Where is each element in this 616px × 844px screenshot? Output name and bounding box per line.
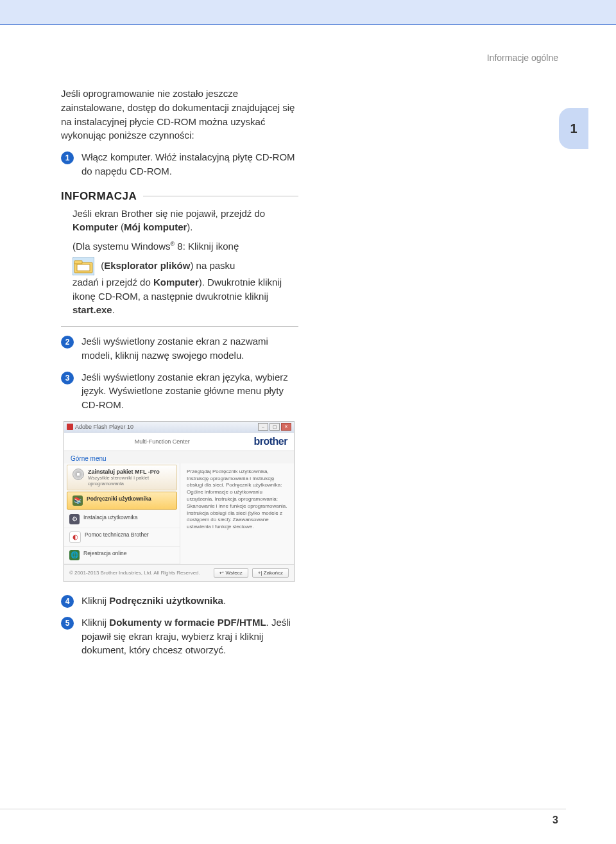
step-badge: 3 — [61, 372, 74, 384]
installer-footer: © 2001-2013 Brother Industries, Ltd. All… — [64, 564, 294, 581]
text-bold: Dokumenty w formacie PDF/HTML — [109, 617, 266, 628]
divider — [143, 196, 298, 196]
menu-item-custom-install[interactable]: ⚙ Instalacja użytkownika — [64, 511, 180, 528]
divider — [61, 326, 298, 327]
text: Kliknij — [81, 617, 109, 628]
close-icon[interactable]: ✕ — [281, 423, 291, 431]
text: Kliknij — [81, 595, 109, 606]
text: . — [112, 304, 115, 315]
page-number: 3 — [552, 814, 558, 826]
text: Jeśli ekran Brother się nie pojawił, prz… — [73, 208, 265, 219]
item-label: Podręczniki użytkownika — [87, 495, 151, 502]
info-body: Jeśli ekran Brother się nie pojawił, prz… — [73, 207, 298, 318]
button-label: Wstecz — [226, 570, 243, 576]
text: zadań i przejdź do — [73, 277, 153, 288]
button-label: Zakończ — [264, 570, 283, 576]
info-heading: INFORMACJA — [61, 190, 137, 203]
step-text: Włącz komputer. Włóż instalacyjną płytę … — [81, 150, 298, 178]
window-controls: – ▢ ✕ — [258, 423, 291, 431]
text-bold: start.exe — [73, 304, 112, 315]
step-badge: 5 — [61, 617, 74, 630]
step-5: 5 Kliknij Dokumenty w formacie PDF/HTML.… — [61, 616, 298, 657]
window-titlebar: Adobe Flash Player 10 – ▢ ✕ — [64, 422, 294, 433]
text-bold: Eksplorator plików — [104, 260, 190, 271]
svg-rect-2 — [74, 261, 82, 264]
disc-icon — [73, 469, 84, 480]
app-icon — [67, 424, 73, 430]
text-bold: Komputer — [73, 221, 118, 232]
back-button[interactable]: ↩ Wstecz — [214, 568, 248, 578]
exit-button[interactable]: +| Zakończ — [252, 568, 289, 578]
text-bold: Podręczniki użytkownika — [109, 595, 223, 606]
minimize-icon[interactable]: – — [258, 423, 268, 431]
step-text: Jeśli wyświetlony zostanie ekran z nazwa… — [81, 334, 298, 363]
step-badge: 4 — [61, 595, 74, 608]
step-2: 2 Jeśli wyświetlony zostanie ekran z naz… — [61, 334, 298, 363]
step-badge: 1 — [61, 151, 74, 164]
text: (Dla systemu Windows — [73, 241, 171, 252]
file-explorer-icon — [73, 257, 94, 275]
document-page: Informacje ogólne 1 Jeśli oprogramowanie… — [0, 0, 616, 844]
support-icon: ◐ — [69, 531, 81, 543]
top-band — [0, 0, 616, 25]
installer-header: Multi-Function Center brother — [64, 433, 294, 451]
globe-icon: 🌐 — [69, 550, 80, 560]
installer-body: Zainstaluj pakiet MFL -Pro Wszystkie ste… — [64, 463, 294, 564]
step-text: Jeśli wyświetlony zostanie ekran języka,… — [81, 370, 298, 412]
copyright: © 2001-2013 Brother Industries, Ltd. All… — [69, 570, 200, 576]
text-bold: Mój komputer — [124, 221, 187, 232]
step-3: 3 Jeśli wyświetlony zostanie ekran język… — [61, 370, 298, 412]
item-title: Zainstaluj pakiet MFL -Pro — [88, 469, 171, 475]
content-column: Jeśli oprogramowanie nie zostało jeszcze… — [61, 87, 298, 657]
menu-description: Przeglądaj Podręcznik użytkownika, Instr… — [180, 463, 294, 564]
window-title: Adobe Flash Player 10 — [75, 424, 133, 430]
chapter-tab: 1 — [559, 108, 588, 149]
menu-list: Zainstaluj pakiet MFL -Pro Wszystkie ste… — [64, 463, 180, 564]
book-icon: 📚 — [73, 495, 83, 506]
step-text: Kliknij Podręczniki użytkownika. — [81, 594, 298, 608]
text-bold: Komputer — [153, 277, 199, 288]
footer-divider — [0, 809, 566, 809]
maximize-icon[interactable]: ▢ — [270, 423, 280, 431]
step-4: 4 Kliknij Podręczniki użytkownika. — [61, 594, 298, 608]
step-1: 1 Włącz komputer. Włóż instalacyjną płyt… — [61, 150, 298, 178]
text: ( — [98, 260, 104, 271]
installer-screenshot: Adobe Flash Player 10 – ▢ ✕ Multi-Functi… — [64, 421, 295, 582]
info-heading-row: INFORMACJA — [61, 190, 298, 203]
menu-item-support[interactable]: ◐ Pomoc techniczna Brother — [64, 528, 180, 547]
text: ). — [187, 221, 193, 232]
item-label: Rejestracja online — [83, 550, 127, 556]
gear-icon: ⚙ — [69, 514, 80, 524]
intro-paragraph: Jeśli oprogramowanie nie zostało jeszcze… — [61, 87, 298, 142]
menu-item-manuals[interactable]: 📚 Podręczniki użytkownika — [67, 492, 177, 510]
chapter-number: 1 — [570, 121, 577, 136]
text: 8: Kliknij ikonę — [175, 241, 239, 252]
item-label: Instalacja użytkownika — [83, 514, 138, 521]
menu-label: Górne menu — [64, 451, 294, 463]
text: . — [223, 595, 226, 606]
step-text: Kliknij Dokumenty w formacie PDF/HTML. J… — [81, 616, 298, 657]
menu-item-register[interactable]: 🌐 Rejestracja online — [64, 547, 180, 564]
info-block: INFORMACJA Jeśli ekran Brother się nie p… — [61, 190, 298, 327]
text: ( — [118, 221, 124, 232]
menu-item-install[interactable]: Zainstaluj pakiet MFL -Pro Wszystkie ste… — [67, 465, 177, 490]
section-title: Informacje ogólne — [487, 53, 558, 63]
item-subtitle: Wszystkie sterowniki i pakiet oprogramow… — [88, 475, 171, 487]
step-badge: 2 — [61, 336, 74, 349]
header-center: Multi-Function Center — [135, 438, 190, 445]
item-label: Pomoc techniczna Brother — [85, 531, 149, 538]
svg-rect-3 — [77, 264, 90, 271]
brand-logo: brother — [253, 436, 287, 447]
text: ) na pasku — [190, 260, 235, 271]
